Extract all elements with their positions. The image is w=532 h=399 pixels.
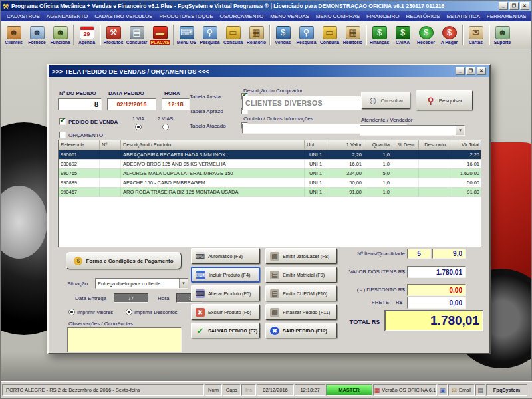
button-salvar-pedido-f7[interactable]: ✔SALVAR PEDIDO (F7) (191, 323, 260, 338)
button-emitir-cupom-f10[interactable]: ▤Emitir CUPOM (F10) (265, 285, 337, 301)
tabela-aprazo-checkbox[interactable]: Tabela Aprazo (190, 108, 248, 114)
chevron-down-icon[interactable]: ▼ (456, 126, 464, 135)
minimize-icon[interactable]: _ (456, 67, 465, 75)
grid-column-header-desc[interactable]: % Desc. (392, 140, 419, 150)
desconto-field[interactable]: 0,00 (407, 284, 466, 296)
toolbar-button-menu-os-7[interactable]: ⌨Menu OS (175, 22, 198, 48)
menu-item-financeiro[interactable]: FINANCEIRO (363, 13, 402, 19)
button-emitir-jato-laser-f8[interactable]: ▤Emitir Jato/Laser (F8) (265, 248, 337, 264)
observacoes-textarea[interactable] (67, 327, 182, 352)
pedido-venda-label: PEDIDO DE VENDA (68, 119, 118, 125)
menu-item-agendamento[interactable]: AGENDAMENTO (43, 13, 92, 19)
buyer-field[interactable]: CLIENTES DIVERSOS (242, 96, 362, 110)
toolbar-button-placas-6[interactable]: ▬PLACAS (148, 22, 172, 48)
grid-column-header-uni[interactable]: Uni (305, 140, 327, 150)
background-floor-shadow (1, 352, 531, 382)
status-email[interactable]: ✉Email (448, 384, 475, 396)
grid-column-header-desconto[interactable]: Desconto (419, 140, 448, 150)
grid-column-header-quantia[interactable]: Quantia (364, 140, 392, 150)
consultar-button[interactable]: ◎ Consultar (361, 92, 410, 109)
toolbar-button-suporte-20[interactable]: ☻Suporte (491, 22, 514, 48)
toolbar-button-relat-rio-10[interactable]: ▦Relatório (245, 22, 268, 48)
button-excluir-produto-f6[interactable]: ✖Excluir Produto (F6) (191, 304, 260, 320)
menu-item-ajuda[interactable]: AJUDA (530, 13, 532, 19)
minimize-icon[interactable]: _ (499, 2, 508, 10)
save-check-icon: ✔ (196, 327, 205, 335)
cell-uni: UNI 1 (305, 150, 327, 159)
menu-item-estatistica[interactable]: ESTATISTICA (443, 13, 483, 19)
order-date-field[interactable]: 02/12/2016 (107, 98, 156, 110)
toolbar-button-produtos-4[interactable]: ⚒Produtos (102, 22, 125, 48)
grid-column-header-n[interactable]: Nº (100, 140, 121, 150)
status-date-text: 02/12/2016 (263, 387, 288, 393)
toolbar-button-consulta-9[interactable]: ▭Consulta (221, 22, 245, 48)
table-row[interactable]: 990061ABRAÇADEIRA RECARTILHADA 3 MM INOX… (59, 150, 481, 160)
menu-item-ferramentas[interactable]: FERRAMENTAS (483, 13, 530, 19)
toolbar-button-receber-17[interactable]: $Receber (414, 22, 438, 48)
data-entrega-field[interactable]: / / (114, 293, 148, 303)
order-number-field[interactable]: 8 (58, 98, 102, 110)
toolbar-button-finan-as-15[interactable]: $Finanças (368, 22, 391, 48)
atendente-dropdown[interactable]: ▼ (360, 125, 465, 136)
situacao-dropdown[interactable]: Entrega direto para o cliente ▼ (95, 278, 188, 289)
button-sair-pedido-f12[interactable]: ✖SAIR PEDIDO (F12) (265, 323, 337, 338)
imprimir-descontos-radio[interactable]: Imprimir Descontos (126, 309, 178, 315)
menu-item-os-or-amento[interactable]: OS/ORÇAMENTO (217, 13, 267, 19)
toolbar-button-clientes-0[interactable]: ☻Clientes (2, 22, 25, 48)
cell-pdesc (392, 160, 419, 168)
menu-item-menu-compras[interactable]: MENU COMPRAS (313, 13, 363, 19)
button-alterar-produto-f5[interactable]: ⌨Alterar Produto (F5) (191, 285, 260, 301)
toolbar-button-relat-rio-14[interactable]: ▦Relatório (341, 22, 364, 48)
menu-item-produto-estoque[interactable]: PRODUTO/ESTOQUE (156, 13, 216, 19)
payment-conditions-button[interactable]: $ Forma e Condições de Pagamento (66, 252, 182, 269)
toolbar-button-fornece-1[interactable]: ☻Fornece (25, 22, 49, 48)
chevron-down-icon[interactable]: ▼ (179, 279, 188, 288)
maximize-icon[interactable]: ❐ (509, 2, 519, 10)
toolbar-button-pesquisa-12[interactable]: ⚲Pesquisa (295, 22, 318, 48)
grid-column-header-1-valor[interactable]: 1 Valor (327, 140, 364, 150)
cell-uni: UNI 1 (305, 188, 327, 196)
close-icon[interactable]: ✕ (520, 2, 529, 10)
button-autom-tico-f3[interactable]: ⌨Automático (F3) (191, 248, 260, 264)
toolbar-button-consulta-13[interactable]: ▭Consulta (318, 22, 341, 48)
tabela-atacado-checkbox[interactable]: Tabela Atacado (190, 122, 248, 129)
folder-icon: ▭ (226, 26, 241, 39)
table-row[interactable]: 990467ARO RODA TRASEIRA BIZ 125 MONTADA … (59, 188, 481, 197)
menu-item-cadastro-veiculos[interactable]: CADASTRO VEICULOS (91, 13, 156, 19)
pedido-venda-checkbox[interactable]: PEDIDO DE VENDA (59, 118, 118, 125)
toolbar-button-agenda-3[interactable]: 29Agenda (75, 22, 98, 48)
close-icon[interactable]: ✕ (477, 67, 486, 75)
toolbar-button-cartas-19[interactable]: ✉Cartas (464, 22, 487, 48)
order-time-field[interactable]: 12:18 (162, 98, 190, 110)
toolbar-button-consultar-5[interactable]: ▤Consultar (125, 22, 148, 48)
table-row[interactable]: 990765ALFORGE MALA DUPLA LATERAL MIRAGE … (59, 169, 481, 178)
frete-field[interactable]: 0,00 (407, 297, 466, 309)
include-icon: ⌨ (196, 271, 205, 279)
toolbar-button-vendas-11[interactable]: $Vendas (271, 22, 295, 48)
delete-icon: ✖ (196, 308, 205, 317)
maximize-icon[interactable]: ❐ (466, 67, 475, 75)
toolbar-button-funciona-2[interactable]: ☻Funciona (49, 22, 72, 48)
orcamento-checkbox[interactable]: ORÇAMENTO (59, 132, 103, 138)
button-emitir-matricial-f9[interactable]: ▤Emitir Matricial (F9) (265, 267, 337, 283)
grid-column-header-vlr-total[interactable]: Vlr Total (448, 140, 481, 150)
grid-column-header-descri-o-do-produto[interactable]: Descrição do Produto (121, 140, 305, 150)
toolbar-button-pesquisa-8[interactable]: ⚲Pesquisa (198, 22, 221, 48)
via2-radio[interactable]: 2 VIAS (158, 116, 173, 130)
via1-radio[interactable]: 1 VIA (132, 116, 144, 130)
toolbar-button-a-pagar-18[interactable]: $A Pagar (438, 22, 461, 48)
table-row[interactable]: 990889APACHE 150 - CABO EMBREAGEMUNI 150… (59, 178, 481, 188)
tabela-avista-checkbox[interactable]: Tabela Avista (190, 93, 248, 100)
toolbar-button-label: Consulta (223, 40, 243, 45)
button-finalizar-pedido-f11[interactable]: ▤Finalizar Pedido (F11) (265, 304, 337, 320)
imprimir-valores-radio[interactable]: Imprimir Valores (68, 309, 113, 315)
menu-item-relat-rios[interactable]: RELATÓRIOS (402, 13, 443, 19)
table-row[interactable]: 030692ADESIVO BROS 125 AND 05 KS VERMELH… (59, 160, 481, 169)
cell-pdesc (392, 178, 419, 187)
pesquisar-button[interactable]: ⚲ Pesquisar (416, 90, 473, 110)
menu-item-cadastros[interactable]: CADASTROS (3, 13, 43, 19)
toolbar-button-caixa-16[interactable]: $CAIXA (391, 22, 414, 48)
button-incluir-produto-f4[interactable]: ⌨Incluir Produto (F4) (191, 267, 260, 283)
menu-item-menu-vendas[interactable]: MENU VENDAS (267, 13, 313, 19)
grid-column-header-referencia[interactable]: Referencia (59, 140, 100, 150)
